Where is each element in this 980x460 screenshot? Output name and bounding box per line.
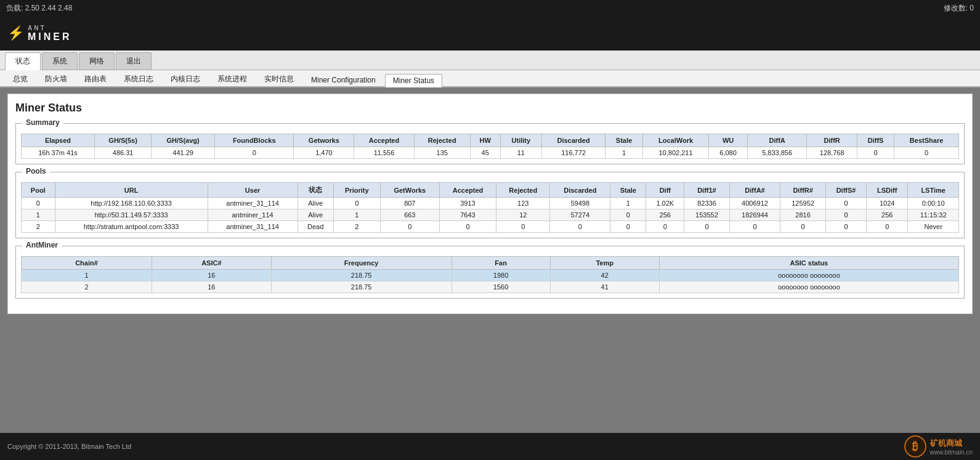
- pools-section: Pools PoolURLUser状态PriorityGetWorksAccep…: [15, 172, 965, 238]
- summary-cell: 1: [605, 147, 642, 159]
- summary-col-header: Elapsed: [22, 134, 95, 147]
- footer-copyright: Copyright © 2011-2013, Bitmain Tech Ltd: [7, 443, 131, 450]
- summary-col-header: FoundBlocks: [215, 134, 294, 147]
- pools-cell: 256: [867, 209, 908, 221]
- summary-col-header: LocalWork: [642, 134, 708, 147]
- nav-tab[interactable]: 状态: [5, 52, 41, 70]
- pools-row: 0http://192.168.110.60:3333antminer_31_1…: [22, 198, 959, 209]
- pools-cell: 0: [439, 221, 496, 233]
- nav-tab[interactable]: 退出: [116, 52, 152, 70]
- footer-logo: ₿ 矿机商城 www.bitmain.cn: [904, 435, 973, 458]
- pools-cell: 0: [333, 198, 380, 209]
- pools-col-header: GetWorks: [380, 183, 439, 198]
- antminer-cell: 42: [550, 270, 659, 281]
- pools-col-header: URL: [55, 183, 208, 198]
- sub-tab[interactable]: 系统进程: [209, 71, 255, 86]
- pools-cell: Alive: [298, 209, 333, 221]
- summary-col-header: HW: [470, 134, 500, 147]
- antminer-table: Chain#ASIC#FrequencyFanTempASIC status 1…: [21, 256, 959, 293]
- antminer-col-header: Frequency: [271, 257, 452, 270]
- summary-col-header: Discarded: [542, 134, 605, 147]
- footer-logo-symbol: ₿: [912, 440, 918, 453]
- summary-col-header: Getworks: [294, 134, 354, 147]
- antminer-row: 216218.75156041oooooooo oooooooo: [22, 281, 959, 293]
- antminer-col-header: Fan: [452, 257, 550, 270]
- pools-cell: http://50.31.149.57:3333: [55, 209, 208, 221]
- antminer-cell: 1560: [452, 281, 550, 293]
- pools-cell: 1.02K: [646, 198, 684, 209]
- pools-cell: 57274: [550, 209, 610, 221]
- pools-cell: 11:15:32: [908, 209, 959, 221]
- summary-cell: 0: [857, 147, 894, 159]
- pools-cell: 256: [646, 209, 684, 221]
- pools-cell: 0: [867, 221, 908, 233]
- pools-col-header: Accepted: [439, 183, 496, 198]
- sub-tab[interactable]: 总览: [5, 71, 36, 86]
- logo-ant: ANT: [28, 25, 46, 31]
- antminer-section: AntMiner Chain#ASIC#FrequencyFanTempASIC…: [15, 246, 965, 299]
- pools-cell: antminer_31_114: [208, 198, 298, 209]
- pools-cell: 0: [646, 221, 684, 233]
- summary-col-header: Accepted: [354, 134, 414, 147]
- antminer-cell: 1: [22, 270, 152, 281]
- antminer-icon: ⚡: [7, 25, 24, 41]
- summary-col-header: DiffR: [807, 134, 857, 147]
- sub-tab[interactable]: 路由表: [76, 71, 115, 86]
- sub-tab[interactable]: 防火墙: [37, 71, 75, 86]
- pools-cell: Dead: [298, 221, 333, 233]
- pools-cell: 0: [380, 221, 439, 233]
- antminer-cell: 218.75: [271, 270, 452, 281]
- pools-table: PoolURLUser状态PriorityGetWorksAcceptedRej…: [21, 182, 959, 233]
- sub-tab[interactable]: 实时信息: [256, 71, 302, 86]
- antminer-cell: 16: [152, 270, 272, 281]
- sub-tab[interactable]: Miner Status: [385, 74, 442, 87]
- sub-tab[interactable]: Miner Configuration: [303, 73, 384, 86]
- footer: Copyright © 2011-2013, Bitmain Tech Ltd …: [0, 433, 980, 460]
- pools-col-header: User: [208, 183, 298, 198]
- summary-col-header: Rejected: [414, 134, 470, 147]
- pools-cell: 153552: [684, 209, 730, 221]
- pools-cell: 0: [825, 198, 866, 209]
- pools-cell: 663: [380, 209, 439, 221]
- titlebar-right: 修改数: 0: [944, 3, 974, 14]
- pools-cell: 0: [496, 221, 550, 233]
- pools-col-header: Diff: [646, 183, 684, 198]
- nav-tabs: 状态系统网络退出: [0, 50, 980, 70]
- pools-cell: 2: [22, 221, 55, 233]
- pools-col-header: 状态: [298, 183, 333, 198]
- antminer-cell: 41: [550, 281, 659, 293]
- pools-cell: http://192.168.110.60:3333: [55, 198, 208, 209]
- pools-col-header: Priority: [333, 183, 380, 198]
- sub-tab[interactable]: 内核日志: [163, 71, 208, 86]
- nav-tab[interactable]: 网络: [79, 52, 115, 70]
- antminer-cell: 1980: [452, 270, 550, 281]
- pools-cell: 1: [22, 209, 55, 221]
- pools-cell: 3913: [439, 198, 496, 209]
- pools-cell: 125952: [780, 198, 826, 209]
- pools-cell: antminer_31_114: [208, 221, 298, 233]
- sub-tab[interactable]: 系统日志: [116, 71, 161, 86]
- sub-tabs: 总览防火墙路由表系统日志内核日志系统进程实时信息Miner Configurat…: [0, 70, 980, 87]
- footer-logo-text: 矿机商城: [930, 438, 973, 449]
- pools-col-header: Rejected: [496, 183, 550, 198]
- pools-cell: 59498: [550, 198, 610, 209]
- pools-cell: 1: [333, 209, 380, 221]
- antminer-col-header: ASIC#: [152, 257, 272, 270]
- summary-col-header: DiffS: [857, 134, 894, 147]
- pools-cell: 2: [333, 221, 380, 233]
- pools-cell: 0:00:10: [908, 198, 959, 209]
- pools-cell: 2816: [780, 209, 826, 221]
- pools-col-header: LSDiff: [867, 183, 908, 198]
- summary-cell: 128,768: [807, 147, 857, 159]
- summary-row: 16h 37m 41s486.31441.2901,47011,55613545…: [22, 147, 959, 159]
- nav-tab[interactable]: 系统: [42, 52, 78, 70]
- pools-cell: http://stratum.antpool.com:3333: [55, 221, 208, 233]
- antminer-cell: 2: [22, 281, 152, 293]
- pools-cell: 0: [610, 221, 646, 233]
- logo-miner: MINER: [28, 31, 72, 42]
- pools-legend: Pools: [22, 167, 50, 176]
- pools-col-header: LSTime: [908, 183, 959, 198]
- pools-cell: 4006912: [729, 198, 780, 209]
- antminer-col-header: Chain#: [22, 257, 152, 270]
- pools-col-header: DiffS#: [825, 183, 866, 198]
